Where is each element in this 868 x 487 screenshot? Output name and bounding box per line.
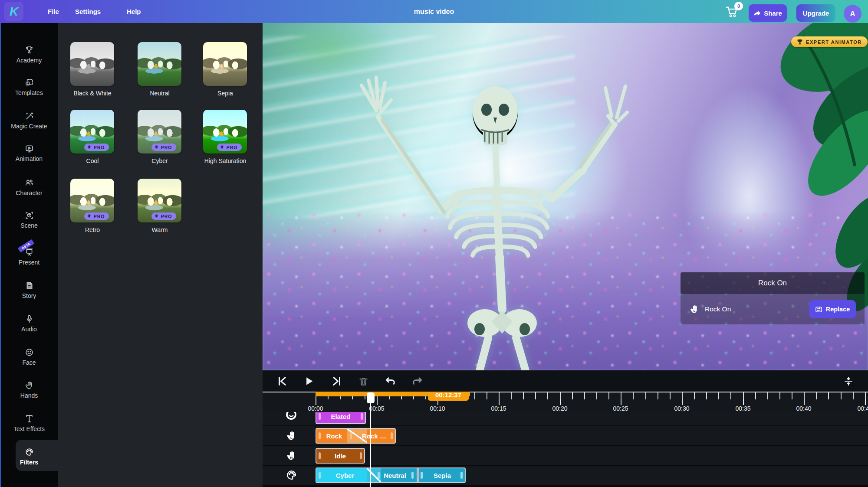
clip-sepia[interactable]: Sepia (424, 468, 460, 482)
avatar[interactable]: A (844, 5, 861, 23)
filter-thumbnail[interactable] (203, 42, 247, 86)
timeline-tracks: Elated L Rock Rock … R (263, 412, 868, 487)
ruler-label: 00:15 (491, 405, 506, 412)
filter-card-black-white[interactable]: Black & White (70, 42, 114, 97)
clip-cyber[interactable]: Cyber (322, 468, 368, 482)
filter-thumbnail[interactable] (70, 42, 114, 86)
filter-card-retro[interactable]: ♛PRO Retro (70, 179, 114, 234)
magic-wand-icon (25, 111, 34, 121)
track-face: Elated (263, 412, 868, 425)
ruler-label: 00:10 (430, 405, 445, 412)
trim-handle[interactable] (411, 472, 414, 479)
share-button[interactable]: Share (749, 4, 787, 22)
filter-thumbnail[interactable]: ♛PRO (203, 110, 247, 154)
scene-cube-icon (25, 211, 34, 220)
play-button[interactable] (302, 375, 316, 388)
clip-divider (417, 468, 419, 482)
replace-button[interactable]: Replace (809, 300, 856, 318)
pro-badge: ♛PRO (84, 144, 109, 151)
filter-card-cyber[interactable]: ♛PRO Cyber (138, 110, 181, 165)
filter-card-warm[interactable]: ♛PRO Warm (138, 179, 181, 234)
filters-panel: Black & White Neutral Sepia ♛PRO Cool ♛P… (58, 23, 263, 487)
crown-icon: ♛ (88, 145, 92, 149)
sidebar-item-academy[interactable]: Academy (0, 42, 58, 68)
undo-button[interactable] (384, 375, 397, 388)
hand-left-icon: L (689, 304, 700, 314)
filter-card-sepia[interactable]: Sepia (203, 42, 247, 97)
playhead-handle[interactable] (367, 392, 375, 403)
ruler-label: 00:25 (613, 405, 628, 412)
trim-handle[interactable] (350, 432, 352, 439)
clip-idle[interactable]: Idle (316, 448, 365, 464)
clip-group-rock[interactable]: Rock Rock … (316, 428, 396, 444)
characters-icon (25, 178, 34, 187)
filter-thumbnail[interactable]: ♛PRO (70, 179, 114, 222)
top-bar: K File Settings Help music video 0 Share… (0, 0, 868, 23)
play-icon (303, 376, 315, 387)
hand-icon (25, 381, 34, 390)
trim-handle[interactable] (319, 472, 321, 479)
trim-handle[interactable] (319, 432, 321, 439)
clip-neutral[interactable]: Neutral (380, 468, 410, 482)
cart-count-badge: 0 (734, 2, 743, 10)
clip-group-filters[interactable]: Cyber Neutral Sepia (316, 467, 466, 483)
sidebar-item-magic-create[interactable]: Magic Create (0, 108, 58, 134)
delete-button[interactable] (357, 375, 370, 388)
filter-thumbnail[interactable]: ♛PRO (138, 110, 181, 154)
animation-item-label: Rock On (705, 305, 804, 313)
clip-rock-2[interactable]: Rock … (355, 429, 393, 443)
trim-handle[interactable] (460, 472, 463, 479)
pro-badge: ♛PRO (217, 144, 242, 151)
skip-to-end-button[interactable] (330, 375, 343, 388)
filter-card-neutral[interactable]: Neutral (138, 42, 181, 97)
playback-controls (263, 370, 868, 392)
sidebar-item-character[interactable]: Character (0, 174, 58, 200)
skip-to-end-icon (331, 376, 342, 387)
smiley-icon (25, 348, 34, 357)
filter-thumbnail[interactable] (138, 42, 181, 86)
sidebar-item-animation[interactable]: Animation (0, 140, 58, 166)
filter-card-high-saturation[interactable]: ♛PRO High Saturation (203, 110, 247, 165)
palette-track-icon (285, 469, 297, 481)
collapse-timeline-button[interactable] (842, 375, 855, 388)
sidebar-item-hands[interactable]: Hands (0, 377, 58, 403)
playhead-line (370, 402, 371, 487)
sidebar-edge-line (0, 23, 1, 487)
clip-elated[interactable]: Elated (316, 412, 366, 424)
sidebar-item-story[interactable]: Story (0, 277, 58, 303)
trophy-icon (25, 46, 34, 55)
ruler-label: 00:20 (552, 405, 567, 412)
ruler-label: 00:40 (796, 405, 811, 412)
timeline-ruler[interactable]: 00:12:37 00:00 00:05 00:10 00:15 00:20 0… (263, 392, 868, 412)
sidebar-item-scene[interactable]: Scene (0, 207, 58, 233)
filter-thumbnail[interactable]: ♛PRO (70, 110, 114, 154)
filter-thumbnail[interactable]: ♛PRO (138, 179, 181, 222)
sidebar-item-templates[interactable]: Templates (0, 74, 58, 100)
cart-button[interactable]: 0 (726, 6, 741, 20)
pro-badge: ♛PRO (151, 144, 177, 151)
sidebar-item-text-effects[interactable]: Text Effects (0, 410, 58, 436)
hand-left-track-icon: L (285, 430, 297, 441)
crown-icon: ♛ (220, 145, 224, 149)
text-icon (25, 414, 34, 423)
sidebar-item-present[interactable]: BETA Present (0, 244, 58, 270)
sidebar-item-filters[interactable]: Filters (0, 444, 58, 470)
clip-rock[interactable]: Rock (322, 429, 347, 443)
svg-text:R: R (290, 456, 293, 460)
undo-icon (385, 376, 396, 387)
upgrade-button[interactable]: Upgrade (796, 4, 835, 22)
sidebar-item-face[interactable]: Face (0, 344, 58, 370)
svg-text:L: L (694, 309, 696, 313)
sidebar-item-audio[interactable]: Audio (0, 311, 58, 337)
redo-button[interactable] (411, 375, 424, 388)
collapse-timeline-icon (843, 376, 854, 386)
ruler-label: 00:00 (308, 405, 323, 412)
trophy-icon (797, 39, 803, 45)
pro-badge: ♛PRO (84, 212, 109, 220)
pro-badge: ♛PRO (151, 212, 177, 220)
sidebar: Academy Templates Magic Create Animation (0, 23, 58, 487)
filter-card-cool[interactable]: ♛PRO Cool (70, 110, 114, 165)
animation-screen-icon (25, 144, 34, 153)
skip-to-start-button[interactable] (276, 375, 289, 388)
trim-handle[interactable] (421, 472, 423, 479)
